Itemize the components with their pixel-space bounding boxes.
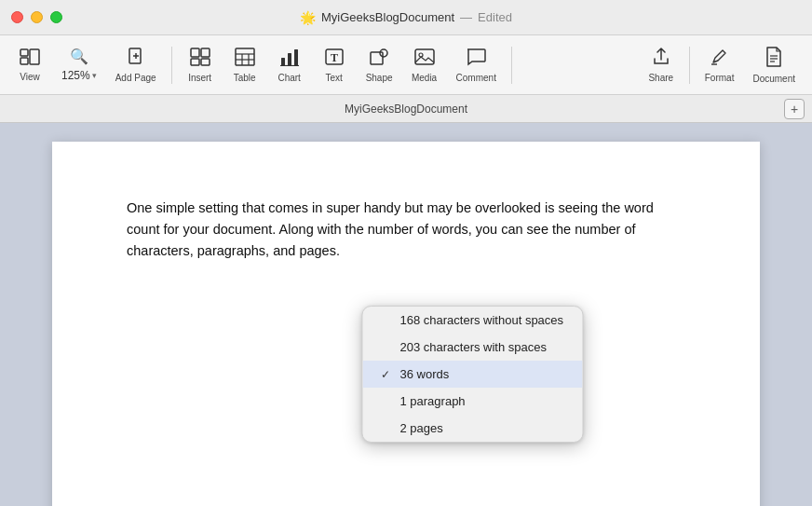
svg-point-22 [380,49,387,57]
shape-label: Shape [366,73,393,83]
svg-rect-9 [201,59,210,65]
table-icon [235,48,255,69]
toolbar-text[interactable]: T Text [314,44,355,87]
svg-rect-15 [281,58,285,65]
tab-add-button[interactable]: + [784,99,805,119]
toolbar-media[interactable]: Media [404,44,445,87]
comment-label: Comment [456,73,496,83]
svg-rect-7 [201,48,210,57]
popup-menu: 168 characters without spaces 203 charac… [361,306,583,443]
popup-item-pages-label: 2 pages [399,421,563,435]
document-text[interactable]: One simple setting that comes in super h… [127,198,685,263]
zoom-value: 125% ▾ [61,69,97,82]
checkmark-chars-no-spaces [381,314,394,327]
tab-label[interactable]: MyiGeeksBlogDocument [345,103,467,116]
traffic-lights [11,11,62,23]
minimize-button[interactable] [31,11,43,23]
toolbar-separator-1 [171,47,172,84]
format-icon [710,48,730,69]
document-icon [765,47,782,70]
maximize-button[interactable] [50,11,62,23]
title-emoji: 🌟 [300,10,316,25]
format-label: Format [705,73,735,83]
insert-label: Insert [188,73,211,83]
view-label: View [20,72,40,82]
table-label: Table [234,73,256,83]
toolbar-format[interactable]: Format [697,44,742,87]
zoom-icon: 🔍 [70,48,88,65]
document-label: Document [752,74,795,84]
toolbar-zoom[interactable]: 🔍 125% ▾ [54,44,104,86]
media-icon [414,48,435,69]
toolbar-shape[interactable]: Shape [359,44,400,87]
svg-rect-10 [236,48,254,65]
chart-label: Chart [277,73,300,83]
view-icon [20,48,40,68]
checkmark-words: ✓ [381,368,394,381]
svg-rect-6 [191,48,199,57]
title-edited-label: Edited [478,10,512,24]
popup-item-chars-with-spaces-label: 203 characters with spaces [399,340,563,354]
popup-item-chars-with-spaces[interactable]: 203 characters with spaces [362,334,582,361]
shape-icon [369,48,389,69]
toolbar-insert[interactable]: Insert [180,44,221,87]
toolbar: View 🔍 125% ▾ Add Page [0,35,812,95]
toolbar-view[interactable]: View [9,45,50,86]
svg-rect-16 [288,53,291,65]
svg-rect-2 [30,49,39,64]
popup-item-paragraph[interactable]: 1 paragraph [362,388,582,415]
popup-item-words-label: 36 words [399,367,563,381]
svg-rect-1 [20,58,28,64]
title-app-name: MyiGeeksBlogDocument [321,10,454,24]
toolbar-separator-2 [511,47,512,84]
add-page-icon [127,48,145,69]
popup-item-chars-no-spaces-label: 168 characters without spaces [399,313,563,327]
main-area: One simple setting that comes in super h… [0,123,812,506]
close-button[interactable] [11,11,23,23]
text-icon: T [324,48,345,69]
share-label: Share [648,73,673,83]
text-label: Text [325,73,342,83]
svg-rect-0 [20,49,28,56]
popup-item-paragraph-label: 1 paragraph [399,394,563,408]
toolbar-comment[interactable]: Comment [449,44,504,87]
checkmark-chars-with-spaces [381,341,394,354]
toolbar-chart[interactable]: Chart [269,44,310,87]
svg-rect-8 [191,59,199,65]
titlebar: 🌟 MyiGeeksBlogDocument — Edited [0,0,812,35]
popup-item-pages[interactable]: 2 pages [362,415,582,442]
title-separator: — [460,10,472,24]
svg-rect-17 [294,49,298,65]
comment-icon [466,48,486,69]
popup-item-chars-no-spaces[interactable]: 168 characters without spaces [362,307,582,334]
svg-text:T: T [331,51,338,64]
share-icon [652,48,670,69]
toolbar-add-page[interactable]: Add Page [108,44,164,87]
zoom-chevron-icon: ▾ [92,71,97,80]
add-page-label: Add Page [115,73,156,83]
toolbar-document[interactable]: Document [745,43,803,88]
chart-icon [279,48,300,69]
toolbar-table[interactable]: Table [224,44,265,87]
insert-icon [190,48,210,69]
toolbar-separator-3 [689,47,690,84]
tabbar: MyiGeeksBlogDocument + [0,95,812,123]
svg-rect-21 [371,52,383,64]
svg-rect-23 [415,49,434,64]
popup-item-words[interactable]: ✓ 36 words [362,361,582,388]
window-title: 🌟 MyiGeeksBlogDocument — Edited [300,10,512,25]
checkmark-pages [381,422,394,435]
checkmark-paragraph [381,395,394,408]
toolbar-share[interactable]: Share [641,44,682,87]
media-label: Media [412,73,437,83]
